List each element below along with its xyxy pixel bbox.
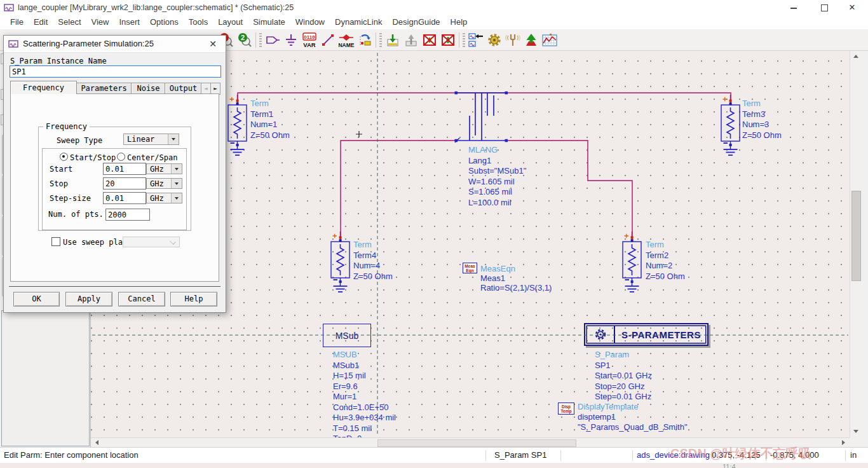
stop-input[interactable] [103,177,146,189]
menu-simulate[interactable]: Simulate [248,15,290,29]
term4-label[interactable]: Term Term4 Num=4 Z=50 Ohm [353,240,393,282]
wire-pin-label-icon[interactable] [356,31,373,48]
tab-parameters[interactable]: Parameters [76,83,132,94]
insert-ground-icon[interactable] [282,31,299,48]
step-size-input[interactable] [103,192,146,204]
simulation-backannotate-icon[interactable] [467,31,484,48]
toolbar-separator [459,32,459,48]
status-hint: Edit Parm: Enter component location [4,450,139,460]
radio-start-stop[interactable] [60,153,68,161]
cancel-button[interactable]: Cancel [118,292,165,306]
radio-center-span[interactable] [117,153,125,161]
down-arrow-icon [853,430,858,433]
ads-app-icon [4,3,14,13]
menu-help[interactable]: Help [445,15,473,29]
vertical-scrollbar[interactable] [850,51,861,437]
scroll-down-button[interactable] [850,426,861,437]
insert-wire-icon[interactable] [319,31,336,48]
maximize-icon [821,4,828,11]
horizontal-scroll-thumb[interactable] [377,439,576,447]
instance-name-input[interactable] [10,65,221,78]
ok-button[interactable]: OK [13,292,60,306]
term3-label[interactable]: Term Term3 Num=3 Z=50 Ohm [742,99,782,141]
menu-layout[interactable]: Layout [213,15,248,29]
menu-view[interactable]: View [86,15,114,29]
dropdown-arrow-icon [171,164,182,174]
radio-center-span-label[interactable]: Center/Span [127,153,177,162]
measeqn-label[interactable]: MeasEqn Meas1 Ratio=S(2,1)/S(3,1) [480,264,552,292]
deactivate-restore-icon[interactable] [439,31,456,48]
radio-start-stop-label[interactable]: Start/Stop [70,153,116,162]
push-into-hierarchy-icon[interactable] [384,31,401,48]
display-template-icon[interactable]: Disp Temp [558,403,574,415]
display-template-label[interactable]: DisplayTemplate disptemp1 "S_Params_Quad… [578,402,688,432]
data-display-icon[interactable] [541,31,558,48]
close-button[interactable]: ✕ [841,0,863,15]
menu-insert[interactable]: Insert [114,15,145,29]
help-button[interactable]: Help [170,292,217,306]
clock-sliver: 11:4 [722,463,736,468]
pop-out-hierarchy-icon[interactable] [402,31,419,48]
s-parameters-component-box[interactable]: S-PARAMETERS [584,323,709,346]
status-selection: S_Param SP1 [494,450,546,460]
vertical-scroll-thumb[interactable] [851,191,861,281]
toolbar-drag-handle[interactable] [463,33,465,47]
tab-noise[interactable]: Noise [131,83,166,94]
sweep-type-label: Sweep Type [57,136,102,145]
sparam-label[interactable]: S_Param SP1 Start=0.01 GHz Stop=20 GHz S… [595,350,652,403]
simulation-settings-gear-icon[interactable] [485,31,503,48]
close-icon: ✕ [849,3,856,12]
window-right-edge [861,51,868,447]
use-sweep-plan-checkbox[interactable] [51,237,60,246]
menu-dynamiclink[interactable]: DynamicLink [330,15,387,29]
dropdown-arrow-icon [168,134,179,144]
start-input[interactable] [103,163,146,175]
dialog-titlebar[interactable]: Scattering-Parameter Simulation:25 ✕ [4,36,226,53]
term1-label[interactable]: Term Term1 Num=1 Z=50 Ohm [250,99,290,141]
use-sweep-plan-label[interactable]: Use sweep plan [63,238,127,247]
optimize-icon[interactable] [522,31,539,48]
menubar: File Edit Select View Insert Options Too… [0,15,868,29]
insert-var-icon[interactable]: 0110 VAR [301,31,318,48]
apply-button[interactable]: Apply [65,292,112,306]
deactivate-component-icon[interactable] [421,31,438,48]
tab-output[interactable]: Output [165,83,202,94]
minimize-button[interactable] [783,0,804,15]
menu-window[interactable]: Window [290,15,330,29]
toolbar-drag-handle[interactable] [259,33,262,47]
maximize-button[interactable] [813,0,835,15]
scroll-up-button[interactable] [850,51,861,62]
menu-tools[interactable]: Tools [184,15,213,29]
status-coordinate-2: -0.875, 4.000 [770,450,819,460]
menu-file[interactable]: File [5,15,29,29]
sweep-type-dropdown[interactable]: Linear [123,134,179,145]
scroll-left-button[interactable] [92,438,102,447]
term2-label[interactable]: Term Term2 Num=2 Z=50 Ohm [646,240,685,282]
msub-label[interactable]: MSUB MSub1 H=15 mil Er=9.6 Mur=1 Cond=1.… [333,350,396,444]
menu-designguide[interactable]: DesignGuide [387,15,445,29]
insert-port-icon[interactable] [264,31,281,48]
dialog-separator [9,286,220,287]
toolbar-separator [255,32,256,48]
dialog-close-button[interactable]: ✕ [206,36,220,52]
measeqn-icon[interactable]: Meas Eqn [463,263,477,273]
dialog-title: Scattering-Parameter Simulation:25 [23,36,154,52]
menu-select[interactable]: Select [53,15,86,29]
insert-wire-name-icon[interactable]: NAME [337,31,355,48]
horizontal-scrollbar[interactable] [91,437,850,447]
tune-parameters-icon[interactable] [504,31,521,48]
sparam-gear-icon [587,326,615,343]
menu-options[interactable]: Options [145,15,184,29]
mlang-label[interactable]: MLANG Lang1 Subst="MSub1" W=1.605 mil S=… [468,145,526,208]
zoom-in-2x-icon[interactable]: 2 [236,31,253,48]
frequency-group-label: Frequency [43,122,90,131]
stop-unit-dropdown[interactable]: GHz [146,178,182,189]
num-points-input[interactable] [105,209,150,221]
tab-frequency[interactable]: Frequency [10,81,77,94]
start-unit-dropdown[interactable]: GHz [146,163,182,174]
scroll-right-button[interactable] [839,438,848,447]
step-unit-dropdown[interactable]: GHz [146,193,182,203]
menu-edit[interactable]: Edit [29,15,53,29]
msub-component-box[interactable]: MSub [323,324,371,347]
toolbar-drag-handle[interactable] [379,33,382,47]
